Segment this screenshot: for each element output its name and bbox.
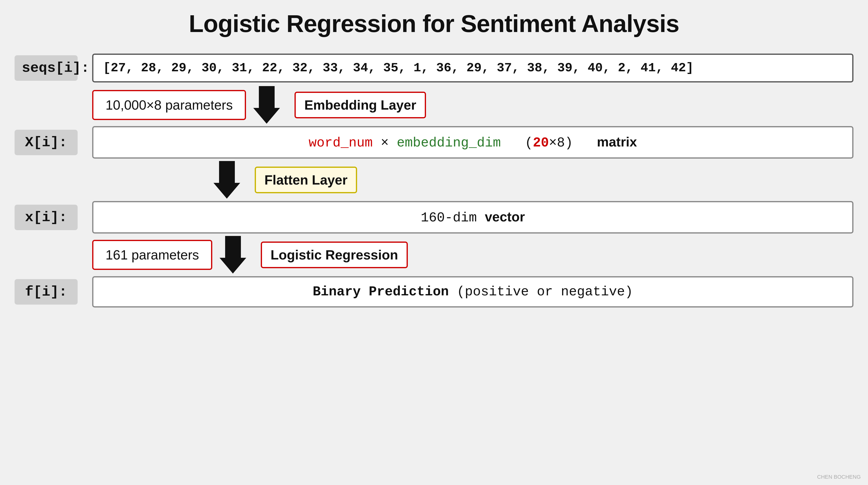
diagram-container: seqs[i]: [27, 28, 29, 30, 31, 22, 32, 33… bbox=[14, 52, 854, 308]
word-num-text: word_num bbox=[309, 135, 373, 151]
embedding-layer-label-box: Embedding Layer bbox=[294, 92, 426, 118]
matrix-type: matrix bbox=[597, 134, 637, 150]
fi-content: Binary Prediction (positive or negative) bbox=[92, 276, 854, 308]
xi-upper-content: word_num × embedding_dim (20×8) matrix bbox=[92, 126, 854, 159]
page-title: Logistic Regression for Sentiment Analys… bbox=[189, 10, 679, 38]
xi-upper-label: X[i]: bbox=[14, 130, 78, 155]
seqs-label: seqs[i]: bbox=[14, 55, 78, 81]
flatten-arrow-row: Flatten Layer bbox=[92, 159, 854, 201]
xi-lower-row: x[i]: 160-dim vector bbox=[14, 201, 854, 233]
seqs-value-box: [27, 28, 29, 30, 31, 22, 32, 33, 34, 35,… bbox=[92, 54, 854, 83]
embedding-arrow-row: 10,000×8 parameters Embedding Layer bbox=[92, 84, 854, 126]
matrix-20: 20 bbox=[533, 135, 549, 151]
logistic-arrow-row: 161 parameters Logistic Regression bbox=[92, 233, 854, 276]
embedding-arrow bbox=[253, 86, 280, 124]
fi-label: f[i]: bbox=[14, 279, 78, 304]
params-161-box: 161 parameters bbox=[92, 240, 212, 270]
logistic-arrow bbox=[220, 236, 246, 273]
prediction-bold-text: Binary Prediction bbox=[313, 284, 449, 299]
prediction-rest-text: (positive or negative) bbox=[457, 284, 633, 299]
embedding-params-box: 10,000×8 parameters bbox=[92, 90, 246, 120]
logistic-regression-label-box: Logistic Regression bbox=[261, 241, 408, 268]
matrix-box: word_num × embedding_dim (20×8) matrix bbox=[92, 126, 854, 159]
xi-lower-label: x[i]: bbox=[14, 205, 78, 230]
seqs-content: [27, 28, 29, 30, 31, 22, 32, 33, 34, 35,… bbox=[92, 54, 854, 83]
flatten-arrow bbox=[214, 161, 240, 199]
fi-row: f[i]: Binary Prediction (positive or neg… bbox=[14, 276, 854, 308]
emb-dim-text: embedding_dim bbox=[397, 135, 501, 151]
watermark: CHEN BOCHENG bbox=[817, 474, 861, 480]
xi-upper-row: X[i]: word_num × embedding_dim (20×8) ma… bbox=[14, 126, 854, 159]
vector-box: 160-dim vector bbox=[92, 201, 854, 233]
xi-lower-content: 160-dim vector bbox=[92, 201, 854, 233]
flatten-layer-label-box: Flatten Layer bbox=[255, 167, 357, 193]
vector-dim: 160-dim bbox=[421, 210, 477, 226]
prediction-box: Binary Prediction (positive or negative) bbox=[92, 276, 854, 308]
vector-type: vector bbox=[485, 209, 525, 224]
cross-symbol: × bbox=[381, 135, 397, 151]
matrix-size-parens: (20×8) bbox=[525, 135, 573, 151]
seqs-row: seqs[i]: [27, 28, 29, 30, 31, 22, 32, 33… bbox=[14, 52, 854, 84]
